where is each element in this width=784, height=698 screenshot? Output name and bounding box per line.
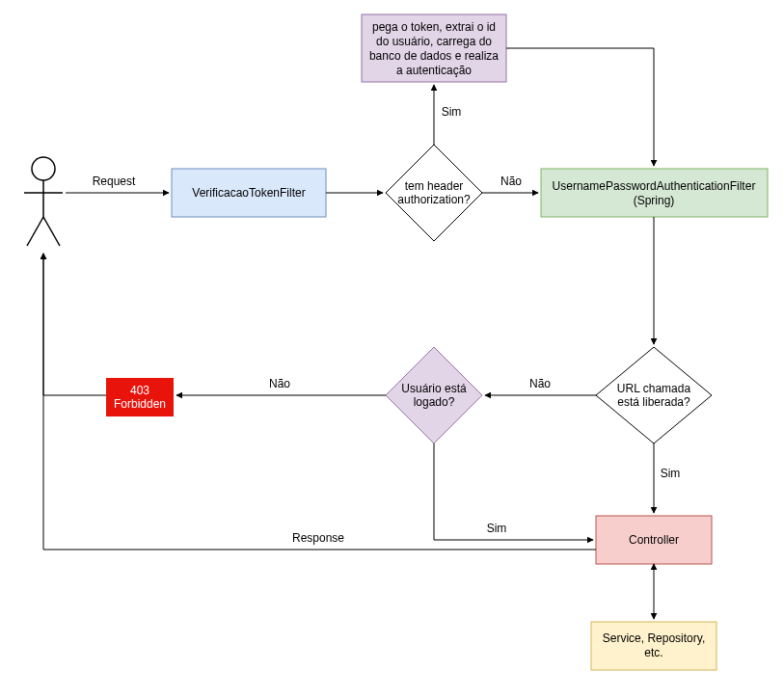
label-header-no: Não: [500, 174, 522, 188]
forbidden-l2: Forbidden: [114, 397, 166, 411]
label-response: Response: [292, 531, 344, 545]
edge-logged-yes: [434, 443, 593, 540]
svg-line-4: [43, 217, 60, 246]
token-process-l4: a autenticação: [396, 64, 472, 77]
service-l2: etc.: [644, 646, 662, 659]
edge-tokenprocess-spring: [506, 48, 654, 166]
edge-forbidden-actor: [43, 254, 106, 395]
label-request: Request: [93, 174, 136, 188]
decision-url-l1: URL chamada: [617, 382, 691, 395]
actor-icon: [24, 157, 63, 246]
decision-logged-l2: logado?: [414, 395, 455, 409]
label-logged-yes: Sim: [487, 522, 507, 535]
svg-line-3: [27, 217, 43, 246]
controller-label: Controller: [629, 533, 679, 547]
svg-point-0: [32, 157, 55, 180]
node-spring-filter: [541, 169, 768, 217]
service-l1: Service, Repository,: [603, 631, 705, 645]
label-url-yes: Sim: [661, 467, 681, 480]
label-url-no: Não: [529, 377, 551, 390]
token-process-l1: pega o token, extrai o id: [372, 20, 496, 34]
spring-filter-l1: UsernamePasswordAuthenticationFilter: [553, 179, 756, 193]
decision-logged-l1: Usuário está: [401, 382, 467, 395]
token-process-l2: do usuário, carrega do: [376, 35, 492, 48]
forbidden-l1: 403: [130, 384, 149, 397]
label-header-yes: Sim: [442, 105, 462, 119]
token-process-l3: banco de dados e realiza: [369, 49, 499, 63]
decision-header-label2: authorization?: [397, 193, 471, 206]
label-logged-no: Não: [269, 377, 290, 390]
spring-filter-l2: (Spring): [634, 194, 675, 207]
decision-header-label1: tem header: [405, 179, 464, 193]
flowchart-canvas: Request VerificacaoTokenFilter tem heade…: [0, 0, 784, 698]
decision-url-l2: está liberada?: [617, 395, 690, 409]
token-filter-label: VerificacaoTokenFilter: [192, 186, 305, 200]
